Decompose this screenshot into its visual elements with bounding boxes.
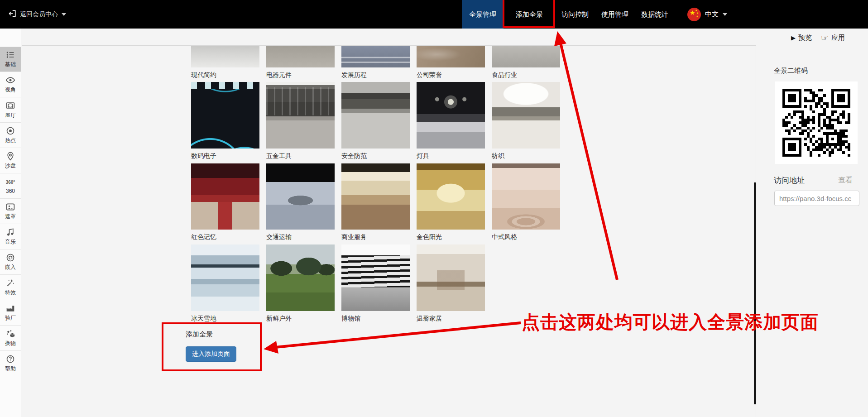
scrollbar-thumb[interactable]	[754, 182, 756, 404]
panorama-title: 电器元件	[266, 71, 335, 79]
hotspot-icon	[6, 126, 15, 135]
sidebar-item-0-基础[interactable]: 基础	[0, 47, 21, 72]
panorama-title: 交通运输	[266, 233, 335, 241]
sidebar-item-9-特效[interactable]: 特效	[0, 275, 21, 300]
panorama-tile[interactable]: 五金工具	[266, 82, 335, 160]
panorama-tile[interactable]: 冰天雪地	[191, 244, 259, 323]
panorama-thumbnail[interactable]	[191, 46, 259, 67]
sidebar-item-label: 遮罩	[5, 213, 16, 220]
panorama-tile[interactable]: 新鲜户外	[266, 244, 335, 323]
panorama-thumbnail[interactable]	[492, 46, 560, 67]
china-flag-icon: ★★★★	[687, 8, 701, 21]
nav-item-4[interactable]: 数据统计	[635, 0, 675, 29]
panorama-thumbnail[interactable]	[417, 163, 485, 230]
apply-hand-icon: ☞	[821, 34, 829, 41]
panorama-thumbnail[interactable]	[341, 46, 410, 67]
nav-item-1[interactable]: 添加全景	[504, 0, 555, 29]
swap-object-icon	[6, 329, 15, 338]
nav-item-2[interactable]: 访问控制	[555, 0, 595, 29]
panorama-thumbnail[interactable]	[341, 82, 410, 149]
panorama-title: 红色记忆	[191, 233, 259, 241]
apply-label: 应用	[831, 34, 845, 42]
language-selector[interactable]: ★★★★ 中文	[687, 0, 727, 29]
sidebar-item-10-验厂[interactable]: 验厂	[0, 300, 21, 326]
sidebar-item-label: 热点	[5, 137, 16, 144]
embed-icon	[6, 253, 15, 262]
panorama-tile[interactable]: 博物馆	[341, 244, 410, 323]
panorama-title: 新鲜户外	[266, 315, 335, 323]
sidebar-item-7-音乐[interactable]: 音乐	[0, 224, 21, 249]
add-panorama-title: 添加全景	[186, 330, 213, 339]
left-sidebar: 基础视角展厅热点沙盘360°360遮罩音乐嵌入特效验厂换物帮助	[0, 29, 21, 417]
back-to-member-center[interactable]: 返回会员中心	[8, 0, 66, 29]
annotation-text: 点击这两处均可以进入全景添加页面	[522, 310, 819, 335]
panorama-tile[interactable]: 食品行业	[492, 46, 560, 79]
panorama-thumbnail[interactable]	[417, 82, 485, 149]
panorama-tile[interactable]: 安全防范	[341, 82, 410, 160]
panorama-title: 灯具	[417, 152, 485, 160]
panorama-tile[interactable]: 红色记忆	[191, 163, 259, 241]
panorama-thumbnail[interactable]	[341, 244, 410, 311]
panorama-tile[interactable]: 纺织	[492, 82, 560, 160]
panorama-tile[interactable]: 中式风格	[492, 163, 560, 241]
play-icon: ▶	[791, 34, 796, 41]
panorama-thumbnail[interactable]	[492, 163, 560, 230]
sidebar-item-label: 验厂	[5, 314, 16, 322]
sidebar-item-3-热点[interactable]: 热点	[0, 123, 21, 148]
panorama-thumbnail[interactable]	[266, 46, 335, 67]
address-label: 访问地址	[774, 175, 805, 186]
panorama-title: 冰天雪地	[191, 315, 259, 323]
map-pin-icon	[6, 152, 15, 161]
gallery-row-2: 红色记忆交通运输商业服务金色阳光中式风格	[191, 163, 560, 241]
back-label: 返回会员中心	[20, 10, 58, 19]
panorama-tile[interactable]: 数码电子	[191, 82, 259, 160]
panorama-tile[interactable]: 现代简约	[191, 46, 259, 79]
sidebar-item-1-视角[interactable]: 视角	[0, 72, 21, 97]
apply-button[interactable]: ☞ 应用	[821, 34, 845, 42]
panorama-tile[interactable]: 交通运输	[266, 163, 335, 241]
sidebar-item-4-沙盘[interactable]: 沙盘	[0, 148, 21, 173]
panorama-thumbnail[interactable]	[417, 46, 485, 67]
panorama-thumbnail[interactable]	[266, 82, 335, 149]
panorama-thumbnail[interactable]	[266, 244, 335, 311]
panorama-tile[interactable]: 金色阳光	[417, 163, 485, 241]
panorama-thumbnail[interactable]	[191, 82, 259, 149]
panorama-thumbnail[interactable]	[191, 244, 259, 311]
gallery-row-3: 冰天雪地新鲜户外博物馆温馨家居	[191, 244, 485, 323]
panorama-title: 食品行业	[492, 71, 560, 79]
nav-item-0[interactable]: 全景管理	[462, 0, 504, 29]
access-url-input[interactable]	[774, 191, 859, 206]
sidebar-item-11-换物[interactable]: 换物	[0, 326, 21, 351]
panorama-thumbnail[interactable]	[417, 244, 485, 311]
preview-button[interactable]: ▶ 预览	[791, 34, 812, 42]
sidebar-item-label: 360	[6, 188, 15, 194]
sidebar-item-8-嵌入[interactable]: 嵌入	[0, 249, 21, 275]
sidebar-item-2-展厅[interactable]: 展厅	[0, 97, 21, 123]
panorama-thumbnail[interactable]	[341, 163, 410, 230]
panorama-tile[interactable]: 温馨家居	[417, 244, 485, 323]
panorama-title: 发展历程	[341, 71, 410, 79]
sidebar-item-label: 换物	[5, 340, 16, 347]
nav-item-3[interactable]: 使用管理	[595, 0, 635, 29]
logout-icon	[8, 10, 16, 19]
sidebar-item-5-360[interactable]: 360°360	[0, 173, 21, 199]
panorama-thumbnail[interactable]	[191, 163, 259, 230]
music-icon	[6, 228, 15, 237]
enter-add-page-button[interactable]: 进入添加页面	[186, 346, 236, 362]
panorama-tile[interactable]: 电器元件	[266, 46, 335, 79]
panorama-tile[interactable]: 灯具	[417, 82, 485, 160]
sidebar-item-6-遮罩[interactable]: 遮罩	[0, 199, 21, 224]
list-icon	[6, 50, 15, 59]
eye-icon	[6, 76, 15, 85]
sidebar-item-label: 特效	[5, 289, 16, 297]
panorama-tile[interactable]: 发展历程	[341, 46, 410, 79]
view-link[interactable]: 查看	[838, 176, 853, 185]
sidebar-item-12-帮助[interactable]: 帮助	[0, 351, 21, 376]
panorama-thumbnail[interactable]	[492, 82, 560, 149]
qr-code	[775, 81, 858, 164]
gallery-row-1: 数码电子五金工具安全防范灯具纺织	[191, 82, 560, 160]
panorama-tile[interactable]: 公司荣誉	[417, 46, 485, 79]
panorama-thumbnail[interactable]	[266, 163, 335, 230]
panorama-title: 纺织	[492, 152, 560, 160]
panorama-tile[interactable]: 商业服务	[341, 163, 410, 241]
